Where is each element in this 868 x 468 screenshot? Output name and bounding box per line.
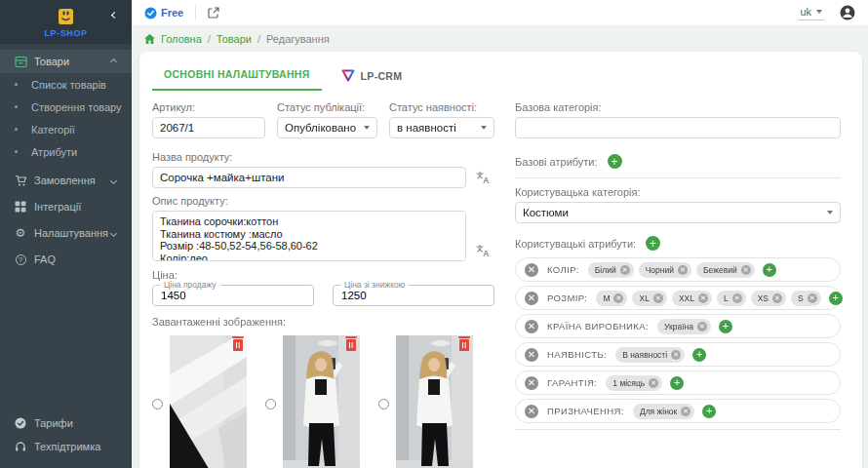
attribute-chip[interactable]: 1 місяць✕ <box>606 375 662 391</box>
attribute-chip[interactable]: Україна✕ <box>657 319 711 334</box>
sidebar-collapse-button[interactable] <box>106 7 122 22</box>
sidebar-item-faq[interactable]: ? FAQ <box>0 248 132 271</box>
remove-chip-icon[interactable]: ✕ <box>678 265 688 275</box>
add-value-button[interactable]: + <box>763 263 776 277</box>
tab-main-settings[interactable]: ОСНОВНІ НАЛАШТУВАННЯ <box>152 64 322 91</box>
publish-status-value[interactable] <box>277 117 377 138</box>
remove-attribute-icon[interactable]: ✕ <box>525 320 538 333</box>
product-image[interactable] <box>396 335 473 468</box>
discount-price-field: Ціна зі знижкою <box>333 285 494 306</box>
sidebar-subitem-label: Атрибути <box>31 146 77 158</box>
remove-chip-icon[interactable]: ✕ <box>681 407 690 416</box>
sidebar-item-settings[interactable]: ⚙ Налаштування <box>0 221 132 245</box>
attribute-chip[interactable]: М✕ <box>596 291 627 306</box>
attribute-chip[interactable]: S✕ <box>791 291 821 306</box>
remove-attribute-icon[interactable]: ✕ <box>525 405 538 418</box>
translate-icon[interactable]: A <box>475 170 491 185</box>
sidebar-item-categories[interactable]: Категорії <box>0 118 132 140</box>
remove-chip-icon[interactable]: ✕ <box>620 265 630 275</box>
add-value-button[interactable]: + <box>829 292 843 305</box>
main-image-radio[interactable] <box>152 399 163 410</box>
remove-chip-icon[interactable]: ✕ <box>698 293 708 303</box>
delete-image-icon[interactable] <box>346 339 356 351</box>
tab-lp-crm[interactable]: LP-CRM <box>330 65 414 91</box>
breadcrumb-home-link[interactable]: Головна <box>161 33 202 45</box>
sidebar-item-tariffs[interactable]: Тарифи <box>0 411 132 435</box>
sku-input[interactable] <box>152 117 265 138</box>
translate-icon[interactable]: A <box>475 243 491 258</box>
remove-chip-icon[interactable]: ✕ <box>808 293 817 303</box>
plan-badge[interactable]: Free <box>144 7 183 20</box>
attribute-chip[interactable]: Чорний✕ <box>639 262 691 278</box>
product-image[interactable] <box>170 335 247 468</box>
delete-image-icon[interactable] <box>233 339 243 351</box>
attribute-chip[interactable]: L✕ <box>717 291 746 306</box>
remove-chip-icon[interactable]: ✕ <box>741 265 751 275</box>
attribute-chip[interactable]: В наявності✕ <box>615 347 685 363</box>
custom-category-value[interactable] <box>515 202 841 223</box>
chip-label: В наявності <box>622 350 667 360</box>
sidebar-item-label: Техпідтримка <box>34 441 118 452</box>
description-textarea[interactable]: Тканина сорочки:коттон Тканина костюму :… <box>152 211 466 261</box>
remove-chip-icon[interactable]: ✕ <box>772 293 782 303</box>
remove-attribute-icon[interactable]: ✕ <box>525 348 538 362</box>
sidebar-item-attributes[interactable]: Атрибути <box>0 140 132 163</box>
stock-status-select[interactable] <box>389 117 494 138</box>
check-circle-icon <box>14 417 27 429</box>
remove-chip-icon[interactable]: ✕ <box>653 293 663 303</box>
base-attributes-label: Базові атрибути: <box>515 156 598 168</box>
breadcrumb-current: Редагування <box>266 33 330 45</box>
add-custom-attribute-button[interactable]: + <box>646 236 660 251</box>
add-base-attribute-button[interactable]: + <box>608 154 622 169</box>
custom-category-select[interactable] <box>515 202 841 223</box>
tab-label: LP-CRM <box>361 70 403 82</box>
sidebar-header: LP-SHOP <box>0 0 132 44</box>
add-value-button[interactable]: + <box>702 405 716 418</box>
sidebar-item-label: Тарифи <box>34 417 118 429</box>
main-image-radio[interactable] <box>378 399 389 410</box>
breadcrumb-products-link[interactable]: Товари <box>217 33 252 45</box>
product-image[interactable] <box>283 335 360 468</box>
main-area: Free uk Головна / Товари / Редагування <box>132 0 868 468</box>
external-link-icon[interactable] <box>208 7 219 19</box>
remove-attribute-icon[interactable]: ✕ <box>525 376 538 390</box>
sidebar-item-products[interactable]: Товари <box>0 50 132 73</box>
main-image-radio[interactable] <box>265 399 276 410</box>
stock-status-value[interactable] <box>389 117 494 138</box>
sidebar-item-support[interactable]: Техпідтримка <box>0 435 132 458</box>
remove-chip-icon[interactable]: ✕ <box>649 378 658 388</box>
chip-label: Україна <box>664 322 693 332</box>
remove-chip-icon[interactable]: ✕ <box>671 350 681 360</box>
remove-chip-icon[interactable]: ✕ <box>613 293 623 303</box>
attribute-chip[interactable]: Бежевий✕ <box>696 262 755 278</box>
language-select[interactable]: uk <box>798 5 824 20</box>
remove-attribute-icon[interactable]: ✕ <box>525 292 538 305</box>
attribute-chip[interactable]: Для жінок✕ <box>633 404 694 419</box>
add-value-button[interactable]: + <box>670 376 684 390</box>
plan-badge-label: Free <box>161 7 183 19</box>
product-name-input[interactable] <box>152 167 466 188</box>
remove-chip-icon[interactable]: ✕ <box>732 293 742 303</box>
remove-attribute-icon[interactable]: ✕ <box>525 263 538 277</box>
sidebar-item-product-create[interactable]: Створення товару <box>0 96 132 118</box>
lp-crm-funnel-icon <box>341 69 355 82</box>
publish-status-select[interactable] <box>277 117 377 138</box>
attribute-chip[interactable]: Білий✕ <box>588 262 634 278</box>
delete-image-icon[interactable] <box>459 339 469 351</box>
sidebar-nav: Товари Список товарів Створення товару К… <box>0 50 132 271</box>
add-value-button[interactable]: + <box>692 348 706 362</box>
base-category-input[interactable] <box>515 117 841 138</box>
attribute-name: КОЛІР: <box>547 264 579 275</box>
cart-icon <box>14 175 27 187</box>
attribute-chip[interactable]: XXL✕ <box>672 291 712 306</box>
sidebar-item-product-list[interactable]: Список товарів <box>0 73 132 96</box>
sidebar-item-integrations[interactable]: Інтеграції <box>0 195 132 218</box>
attribute-chip[interactable]: XL✕ <box>632 291 666 306</box>
remove-chip-icon[interactable]: ✕ <box>697 322 707 332</box>
attribute-chip[interactable]: XS✕ <box>751 291 786 306</box>
chip-label: 1 місяць <box>612 378 645 388</box>
add-value-button[interactable]: + <box>719 320 732 333</box>
sidebar-item-orders[interactable]: Замовлення <box>0 169 132 192</box>
chevron-down-icon <box>110 176 117 183</box>
avatar[interactable] <box>840 5 855 20</box>
